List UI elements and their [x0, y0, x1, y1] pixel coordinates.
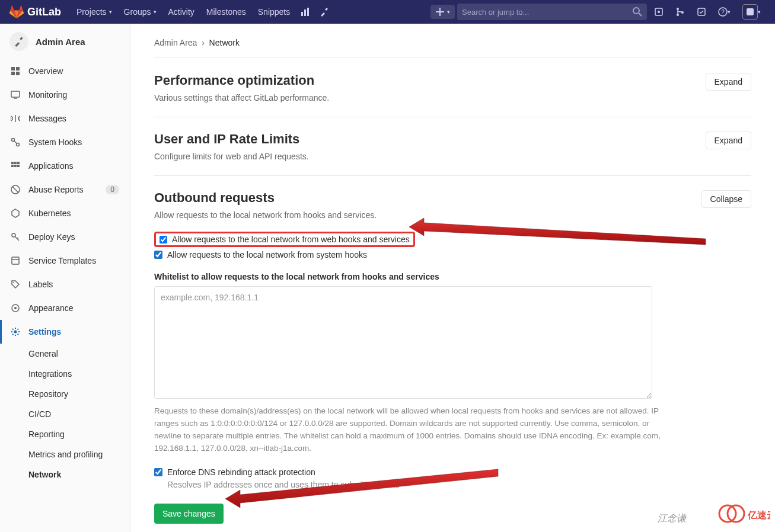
svg-text:?: ?	[721, 9, 725, 15]
svg-rect-25	[17, 165, 20, 167]
checkbox-label: Enforce DNS rebinding attack protection	[167, 467, 315, 477]
checkbox-dns-rebinding[interactable]	[154, 468, 162, 476]
breadcrumb-root[interactable]: Admin Area	[154, 38, 197, 47]
gitlab-logo[interactable]: GitLab	[9, 5, 61, 19]
sidebar-item-kubernetes[interactable]: Kubernetes	[0, 201, 130, 225]
nav-merge-icon[interactable]	[671, 0, 690, 24]
chevron-down-icon: ▾	[109, 9, 112, 15]
whitelist-textarea[interactable]	[154, 286, 652, 399]
sub-item-cicd[interactable]: CI/CD	[6, 404, 130, 424]
svg-point-19	[17, 143, 20, 146]
sub-item-integrations[interactable]: Integrations	[6, 364, 130, 384]
chevron-down-icon: ▾	[758, 9, 761, 15]
search-input[interactable]	[462, 8, 633, 17]
section-title: Performance optimization	[154, 73, 329, 88]
sidebar-item-monitoring[interactable]: Monitoring	[0, 83, 130, 107]
sub-item-metrics[interactable]: Metrics and profiling	[6, 444, 130, 464]
sidebar-item-service-templates[interactable]: Service Templates	[0, 249, 130, 273]
sidebar-header[interactable]: Admin Area	[0, 24, 130, 59]
svg-rect-14	[16, 67, 20, 70]
save-button[interactable]: Save changes	[154, 504, 224, 524]
svg-rect-15	[11, 72, 15, 75]
nav-todos-icon[interactable]	[692, 0, 711, 24]
search-box[interactable]	[457, 4, 647, 20]
sub-item-reporting[interactable]: Reporting	[6, 424, 130, 444]
sidebar-item-deploy-keys[interactable]: Deploy Keys	[0, 225, 130, 249]
sidebar-item-messages[interactable]: Messages	[0, 107, 130, 130]
svg-rect-12	[747, 8, 754, 15]
sidebar-item-abuse-reports[interactable]: Abuse Reports0	[0, 178, 130, 201]
svg-point-5	[658, 11, 660, 13]
svg-rect-2	[307, 8, 309, 16]
svg-rect-16	[16, 72, 20, 75]
sidebar-item-settings[interactable]: Settings	[0, 320, 130, 344]
settings-submenu: General Integrations Repository CI/CD Re…	[0, 344, 130, 485]
svg-rect-1	[304, 9, 306, 16]
checkbox-allow-system-hooks[interactable]	[154, 251, 162, 259]
svg-point-33	[14, 331, 17, 334]
svg-point-3	[633, 8, 639, 14]
svg-rect-29	[12, 257, 19, 264]
checkbox-label: Allow requests to the local network from…	[167, 250, 367, 259]
collapse-button[interactable]: Collapse	[701, 190, 751, 208]
wrench-icon	[9, 32, 28, 51]
expand-button[interactable]: Expand	[706, 132, 751, 149]
monitor-icon	[11, 90, 20, 100]
nav-milestones[interactable]: Milestones	[200, 0, 252, 24]
chevron-down-icon: ▾	[447, 9, 450, 15]
svg-point-30	[13, 282, 14, 283]
nav-user-menu[interactable]: ▾	[738, 0, 766, 24]
breadcrumb-current: Network	[209, 38, 240, 47]
nav-analytics-icon[interactable]	[296, 0, 315, 24]
section-title: User and IP Rate Limits	[154, 132, 309, 147]
svg-point-7	[677, 14, 679, 16]
svg-rect-17	[11, 91, 20, 97]
template-icon	[11, 256, 20, 265]
sub-item-network[interactable]: Network	[6, 464, 130, 485]
sidebar-item-system-hooks[interactable]: System Hooks	[0, 130, 130, 154]
nav-projects[interactable]: Projects▾	[71, 0, 118, 24]
nav-snippets[interactable]: Snippets	[252, 0, 296, 24]
svg-marker-27	[12, 209, 19, 217]
nav-activity[interactable]: Activity	[162, 0, 200, 24]
highlighted-checkbox-row: Allow requests to the local network from…	[154, 232, 415, 247]
sidebar-item-applications[interactable]: Applications	[0, 154, 130, 178]
nav-admin-icon[interactable]	[315, 0, 334, 24]
sub-item-general[interactable]: General	[6, 344, 130, 364]
svg-rect-20	[11, 162, 14, 164]
sidebar-title: Admin Area	[36, 37, 85, 47]
section-rate-limits: User and IP Rate Limits Configure limits…	[154, 117, 751, 176]
svg-rect-24	[14, 165, 17, 167]
sidebar-item-labels[interactable]: Labels	[0, 273, 130, 296]
section-outbound: Outbound requests Allow requests to the …	[154, 176, 751, 532]
svg-rect-0	[301, 12, 303, 16]
svg-point-32	[14, 307, 17, 309]
plus-icon	[435, 7, 445, 17]
sidebar-item-overview[interactable]: Overview	[0, 59, 130, 83]
kubernetes-icon	[11, 209, 20, 218]
chevron-down-icon: ▾	[154, 9, 157, 15]
sidebar: Admin Area Overview Monitoring Messages …	[0, 24, 130, 532]
search-icon	[633, 7, 642, 17]
nav-issues-icon[interactable]	[649, 0, 668, 24]
sidebar-item-appearance[interactable]: Appearance	[0, 296, 130, 320]
appearance-icon	[11, 303, 20, 313]
checkbox-allow-webhooks[interactable]	[160, 236, 167, 243]
apps-icon	[11, 161, 20, 171]
gitlab-icon	[9, 5, 24, 19]
new-button[interactable]: ▾	[430, 5, 455, 19]
checkbox-label: Allow requests to the local network from…	[172, 235, 410, 244]
expand-button[interactable]: Expand	[706, 73, 751, 91]
svg-rect-22	[17, 162, 20, 164]
nav-groups[interactable]: Groups▾	[118, 0, 162, 24]
whitelist-help: Requests to these domain(s)/address(es) …	[154, 405, 664, 455]
nav-help-icon[interactable]: ?▾	[713, 0, 735, 24]
sub-item-repository[interactable]: Repository	[6, 384, 130, 404]
svg-point-18	[12, 139, 15, 142]
watermark-text: 江念谦	[658, 512, 686, 525]
section-title: Outbound requests	[154, 190, 377, 206]
chevron-down-icon: ▾	[728, 9, 731, 15]
hook-icon	[11, 137, 20, 147]
watermark-logo: 亿速云	[717, 502, 770, 527]
svg-rect-21	[14, 162, 17, 164]
